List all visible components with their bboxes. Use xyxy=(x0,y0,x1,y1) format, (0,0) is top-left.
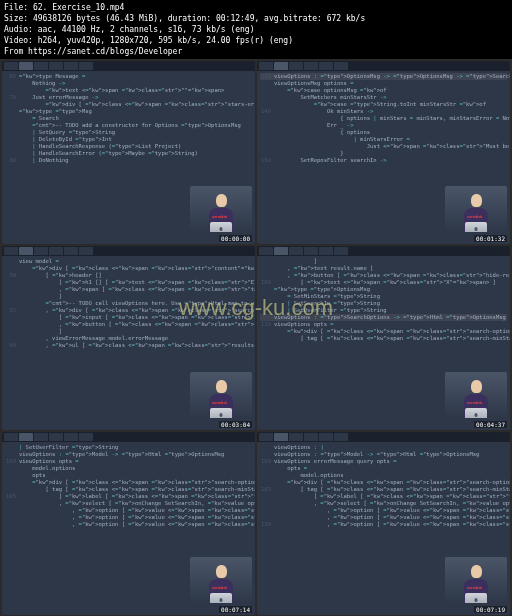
code-area: ] , ="kw">text result.name ] , ="kw">but… xyxy=(257,256,510,344)
editor-tab[interactable] xyxy=(259,433,273,441)
file-value: 62. Exercise_10.mp4 xyxy=(33,3,125,12)
code-line: ="kw">div [ ="kw">class <="kw">span ="kw… xyxy=(260,479,507,486)
thumbnail-3[interactable]: view model = ="kw">div [ ="kw">class <="… xyxy=(2,246,255,429)
from-value: https://sanet.cd/blogs/Developer xyxy=(28,47,182,56)
media-info-header: File: 62. Exercise_10.mp4 Size: 49638126… xyxy=(0,0,512,59)
code-line: viewOptions : ="type">Model -> ="type">H… xyxy=(5,451,252,458)
code-line: , ="kw">option [ ="kw">value <="kw">span… xyxy=(5,514,252,521)
code-line: viewOptions : ="type">SearchOptions -> =… xyxy=(260,314,507,321)
apple-logo-icon xyxy=(220,227,223,231)
code-area: 135viewOptions : ="type">OptionsMsg -> =… xyxy=(257,71,510,166)
code-line: ="kw">div [ ="kw">class <="kw">span ="kw… xyxy=(5,479,252,486)
editor-tab[interactable] xyxy=(64,247,78,255)
code-line: | SetSearchIn ="type">String xyxy=(260,300,507,307)
apple-logo-icon xyxy=(475,413,478,417)
editor-tab[interactable] xyxy=(34,62,48,70)
code-line: | SetUserFilter ="type">String xyxy=(5,444,252,451)
editor-tab[interactable] xyxy=(334,247,348,255)
code-line: } xyxy=(260,150,507,157)
editor-tab[interactable] xyxy=(304,433,318,441)
editor-tab[interactable] xyxy=(4,433,18,441)
editor-tab[interactable] xyxy=(49,247,63,255)
apple-logo-icon xyxy=(220,598,223,602)
code-line: viewOptions : ="type">Model -> ="type">H… xyxy=(260,451,507,458)
editor-tab[interactable] xyxy=(64,433,78,441)
timestamp-label: 00:07:19 xyxy=(474,606,507,613)
editor-tab[interactable] xyxy=(49,433,63,441)
editor-tab[interactable] xyxy=(274,433,288,441)
code-line: opts xyxy=(5,472,252,479)
presenter-video: noredink xyxy=(190,372,252,418)
editor-tab[interactable] xyxy=(34,247,48,255)
editor-tab-bar xyxy=(257,246,510,256)
presenter-video: noredink xyxy=(190,557,252,603)
thumbnail-1[interactable]: 65="kw">type Message = Nothing -> ="kw">… xyxy=(2,61,255,244)
editor-tab[interactable] xyxy=(49,62,63,70)
code-line: ="kw">div [ ="kw">class <="kw">span ="kw… xyxy=(5,265,252,272)
code-line: ] xyxy=(5,328,252,335)
editor-tab[interactable] xyxy=(79,433,93,441)
code-line: { options | minStars = minStars, minStar… xyxy=(260,115,507,122)
code-line: 80 | DoNothing xyxy=(5,157,252,164)
code-line: 110 , ="kw">option [ ="kw">value <="kw">… xyxy=(260,521,507,528)
editor-tab[interactable] xyxy=(319,247,333,255)
code-line: viewOptionsMsg options = xyxy=(260,80,507,87)
editor-tab[interactable] xyxy=(19,247,33,255)
code-line: ="kw">type ="type">Msg xyxy=(5,108,252,115)
editor-tab[interactable] xyxy=(4,247,18,255)
thumbnail-6[interactable]: viewOptions : |viewOptions : ="type">Mod… xyxy=(257,432,510,615)
editor-tab[interactable] xyxy=(64,62,78,70)
thumbnail-4[interactable]: ] , ="kw">text result.name ] , ="kw">but… xyxy=(257,246,510,429)
presenter-video: noredink xyxy=(190,186,252,232)
editor-tab[interactable] xyxy=(79,62,93,70)
editor-tab-bar xyxy=(257,432,510,442)
editor-tab-bar xyxy=(2,246,255,256)
code-line: | HandleSearchError (="type">Maybe ="typ… xyxy=(5,150,252,157)
editor-tab[interactable] xyxy=(274,247,288,255)
code-line: , ="kw">option [ ="kw">value <="kw">span… xyxy=(260,507,507,514)
code-line: = Search xyxy=(5,115,252,122)
editor-tab[interactable] xyxy=(289,247,303,255)
thumbnail-5[interactable]: | SetUserFilter ="type">StringviewOption… xyxy=(2,432,255,615)
size-value: 49638126 bytes (46.43 MiB), duration: 00… xyxy=(33,14,365,23)
editor-tab[interactable] xyxy=(259,247,273,255)
editor-tab[interactable] xyxy=(289,433,303,441)
code-line: viewOptions : | xyxy=(260,444,507,451)
code-line: , ="kw">option [ ="kw">value <="kw">span… xyxy=(5,507,252,514)
editor-tab[interactable] xyxy=(259,62,273,70)
laptop-icon xyxy=(461,222,491,232)
code-line: | minStarsError = xyxy=(260,136,507,143)
code-line: ="kw">case ="type">String.toInt minStars… xyxy=(260,101,507,108)
code-area: | SetUserFilter ="type">StringviewOption… xyxy=(2,442,255,530)
presenter-video: noredink xyxy=(445,372,507,418)
editor-tab[interactable] xyxy=(289,62,303,70)
editor-tab[interactable] xyxy=(304,62,318,70)
editor-tab[interactable] xyxy=(304,247,318,255)
code-line: model.options xyxy=(260,472,507,479)
editor-tab[interactable] xyxy=(19,62,33,70)
editor-tab[interactable] xyxy=(319,433,333,441)
code-line: Err _ -> xyxy=(260,122,507,129)
code-line: ="kw">div [ ="kw">class <="kw">span ="kw… xyxy=(260,328,507,335)
thumbnail-2[interactable]: 135viewOptions : ="type">OptionsMsg -> =… xyxy=(257,61,510,244)
audio-label: Audio: xyxy=(4,25,33,34)
shirt-logo: noredink xyxy=(467,401,482,405)
video-label: Video: xyxy=(4,36,33,45)
editor-tab[interactable] xyxy=(79,247,93,255)
code-area: 65="kw">type Message = Nothing -> ="kw">… xyxy=(2,71,255,166)
editor-tab[interactable] xyxy=(19,433,33,441)
code-line: 100viewOptions opts = xyxy=(5,458,252,465)
thumbnail-grid: 65="kw">type Message = Nothing -> ="kw">… xyxy=(0,59,512,616)
editor-tab[interactable] xyxy=(334,62,348,70)
code-line: 100 [ ="kw">text <="kw">span ="kw">class… xyxy=(260,279,507,286)
code-line: , ="kw">text result.name ] xyxy=(260,265,507,272)
code-line: ="kw">text <="kw">span ="kw">class="str"… xyxy=(5,87,252,94)
file-label: File: xyxy=(4,3,28,12)
editor-tab[interactable] xyxy=(34,433,48,441)
editor-tab[interactable] xyxy=(274,62,288,70)
code-line: ] xyxy=(5,293,252,300)
editor-tab[interactable] xyxy=(319,62,333,70)
editor-tab[interactable] xyxy=(4,62,18,70)
editor-tab-bar xyxy=(2,432,255,442)
editor-tab[interactable] xyxy=(334,433,348,441)
